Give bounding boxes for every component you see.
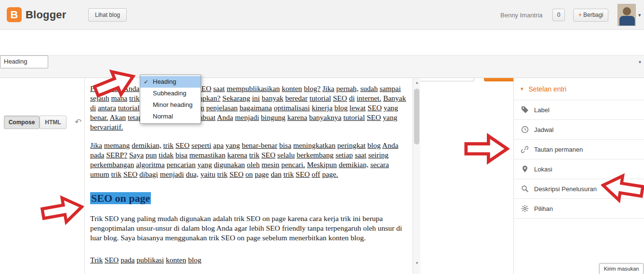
- editor-toolbar: Compose HTML ↶ ↷ F tT ▾ Heading ▾ B I U …: [0, 55, 644, 78]
- tag-icon: [521, 106, 529, 114]
- scroll-down-icon[interactable]: ▼: [413, 260, 421, 267]
- avatar[interactable]: [617, 4, 636, 26]
- blogger-logo-text: Blogger: [26, 9, 67, 21]
- paragraph-2: Jika memang demikian, trik SEO seperti a…: [90, 141, 408, 179]
- sidebar-item-deskripsi-penelusuran[interactable]: Deskripsi Penelusuran: [514, 179, 644, 199]
- blogger-post-editor: B Blogger Lihat blog Benny Imantria 0 +B…: [0, 0, 644, 274]
- link-icon: [521, 145, 529, 154]
- location-pin-icon: [521, 165, 529, 173]
- gear-icon: [521, 205, 529, 213]
- menu-item-heading-label: Heading: [153, 78, 176, 85]
- menu-item-minor-heading-label: Minor heading: [153, 101, 192, 108]
- sidebar-item-label-text: Label: [534, 106, 550, 114]
- sidebar-item-lokasi[interactable]: Lokasi: [514, 159, 644, 179]
- avatar-head: [623, 7, 631, 15]
- sidebar-item-label[interactable]: Label: [514, 100, 644, 120]
- clock-icon: [521, 126, 529, 134]
- selected-heading: SEO on page: [90, 192, 408, 205]
- sidebar-item-tautan-permanen-text: Tautan permanen: [534, 146, 583, 153]
- annotation-arrow-post-settings: [464, 129, 510, 169]
- format-dropdown-menu: ✓ Heading Subheading Minor heading Norma…: [140, 75, 201, 124]
- post-settings-sidebar: ▾ Setelan entri Label Jadwal Tautan perm…: [513, 78, 644, 274]
- share-button-label: Berbagi: [583, 12, 603, 18]
- scrollbar-thumb[interactable]: [414, 89, 419, 144]
- post-body-content: Pernahkah Anda menggunakan trik SEO saat…: [90, 84, 408, 274]
- format-dropdown-caret-icon: ▾: [639, 59, 641, 65]
- undo-icon[interactable]: ↶: [75, 117, 81, 127]
- editor-scrollbar[interactable]: ▲ ▼: [413, 78, 420, 274]
- annotation-arrow-seo-heading: [38, 188, 87, 233]
- format-dropdown[interactable]: Heading ▾: [0, 55, 48, 68]
- blogger-logo[interactable]: B Blogger: [7, 7, 67, 22]
- selected-heading-text: SEO on page: [90, 192, 151, 204]
- menu-item-subheading-label: Subheading: [153, 90, 186, 97]
- menu-item-minor-heading[interactable]: Minor heading: [140, 99, 201, 111]
- compose-tab[interactable]: Compose: [4, 116, 40, 129]
- username: Benny Imantria: [500, 12, 542, 19]
- scroll-up-icon[interactable]: ▲: [413, 79, 421, 87]
- plus-icon: +: [578, 12, 582, 18]
- menu-item-normal[interactable]: Normal: [140, 111, 201, 122]
- avatar-body: [619, 16, 635, 26]
- blogger-logo-icon: B: [7, 7, 22, 22]
- share-button[interactable]: +Berbagi: [573, 9, 608, 22]
- sidebar-title: Setelan entri: [529, 85, 567, 93]
- menu-item-heading[interactable]: ✓ Heading: [140, 76, 201, 88]
- view-blog-button[interactable]: Lihat blog: [88, 8, 127, 22]
- paragraph-3: Trik SEO yang paling mudah digunakan ada…: [90, 214, 408, 243]
- sidebar-item-jadwal[interactable]: Jadwal: [514, 120, 644, 140]
- sidebar-header-setelan-entri[interactable]: ▾ Setelan entri: [514, 78, 644, 100]
- menu-item-subheading[interactable]: Subheading: [140, 88, 201, 99]
- sidebar-item-lokasi-text: Lokasi: [534, 166, 552, 173]
- sidebar-item-jadwal-text: Jadwal: [534, 126, 553, 133]
- counter-button[interactable]: 0: [552, 9, 565, 21]
- paragraph-1: Pernahkah Anda menggunakan trik SEO saat…: [90, 84, 408, 132]
- check-icon: ✓: [144, 76, 148, 88]
- post-title-row: Panduan Belajar ... · Entri Publikasikan…: [0, 30, 644, 55]
- sidebar-item-pilihan[interactable]: Pilihan: [514, 199, 644, 219]
- post-body-editor[interactable]: Pernahkah Anda menggunakan trik SEO saat…: [84, 78, 420, 274]
- search-icon: [521, 185, 529, 193]
- paragraph-4: Trik SEO pada publikasi konten blog: [90, 255, 408, 265]
- sidebar-item-deskripsi-penelusuran-text: Deskripsi Penelusuran: [534, 185, 597, 193]
- orange-caret-icon: ▾: [521, 86, 523, 92]
- sidebar-item-pilihan-text: Pilihan: [534, 205, 553, 212]
- feedback-button[interactable]: Kirim masukan: [599, 263, 644, 274]
- top-bar: B Blogger Lihat blog Benny Imantria 0 +B…: [0, 0, 644, 30]
- account-caret-icon[interactable]: ▾: [638, 12, 641, 18]
- html-tab[interactable]: HTML: [40, 116, 67, 129]
- format-dropdown-value: Heading: [4, 58, 27, 65]
- menu-item-normal-label: Normal: [153, 113, 173, 120]
- sidebar-item-tautan-permanen[interactable]: Tautan permanen: [514, 140, 644, 159]
